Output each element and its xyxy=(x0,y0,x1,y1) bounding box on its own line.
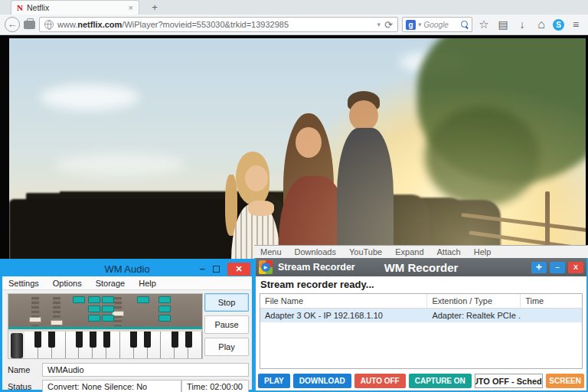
search-engine-dropdown-icon[interactable]: ▾ xyxy=(418,21,422,28)
time-field: Time: 02:00:00 xyxy=(181,380,249,392)
transport-buttons: Stop Pause Play xyxy=(204,293,249,356)
column-extension-type[interactable]: Extention / Type xyxy=(427,294,521,308)
synth-skin xyxy=(8,293,203,359)
search-icon[interactable] xyxy=(461,21,469,28)
slider-knob xyxy=(51,320,63,325)
synth-button-group xyxy=(73,296,85,303)
synth-button xyxy=(88,305,100,312)
synth-control-panel xyxy=(8,294,202,329)
wm-recorder-window: Stream Recorder WM Recorder ✛ – X Stream… xyxy=(254,258,588,392)
piano-keyboard xyxy=(8,332,202,359)
bookmark-star-icon[interactable]: ☆ xyxy=(476,18,492,31)
skype-icon[interactable]: S xyxy=(553,19,564,31)
url-dropdown-icon[interactable]: ▾ xyxy=(377,21,381,28)
column-file-name[interactable]: File Name xyxy=(260,294,427,308)
maximize-icon[interactable] xyxy=(213,266,220,273)
google-engine-icon[interactable]: g xyxy=(406,20,416,30)
synth-button xyxy=(158,305,171,312)
new-tab-button[interactable]: + xyxy=(145,2,164,15)
column-time[interactable]: Time xyxy=(521,294,582,308)
capture-on-button[interactable]: CAPTURE ON xyxy=(409,374,472,388)
close-icon[interactable]: X xyxy=(568,262,583,273)
cell-extension-type: Adapter: Realtek PCIe ... xyxy=(427,309,521,322)
play-button[interactable]: PLAY xyxy=(258,374,290,388)
audio-body: Stop Pause Play Name WMAudio Status Conv… xyxy=(2,290,252,390)
globe-icon xyxy=(44,20,54,29)
url-path: /WiPlayer?movieid=553030&trkid=13932985 xyxy=(122,20,289,29)
tab-netflix[interactable]: N Netflix × xyxy=(11,0,139,15)
reload-icon[interactable]: ⟳ xyxy=(384,19,393,31)
menu-item-help[interactable]: Help xyxy=(474,247,492,256)
name-label: Name xyxy=(5,365,36,374)
home-icon[interactable]: ⌂ xyxy=(534,18,549,31)
menu-item-settings[interactable]: Settings xyxy=(8,279,39,288)
url-prefix: www. xyxy=(57,20,77,29)
synth-button xyxy=(102,315,114,322)
synth-button xyxy=(158,296,171,303)
piano-black-key xyxy=(34,332,41,348)
menu-item-menu[interactable]: Menu xyxy=(260,247,282,256)
search-bar[interactable]: g ▾ Google xyxy=(402,17,472,32)
piano-black-key xyxy=(48,332,55,348)
close-icon[interactable]: ✕ xyxy=(227,263,250,276)
downloads-icon[interactable]: ↓ xyxy=(514,18,530,31)
menu-item-options[interactable]: Options xyxy=(53,279,82,288)
piano-black-key xyxy=(144,332,151,348)
screen-button[interactable]: SCREEN xyxy=(546,374,584,388)
site-icon[interactable] xyxy=(24,21,35,29)
status-label: Status xyxy=(5,382,36,391)
menu-item-downloads[interactable]: Downloads xyxy=(295,247,336,256)
slider-knob xyxy=(29,317,41,322)
piano-black-key xyxy=(130,332,137,348)
minimize-icon[interactable]: – xyxy=(550,262,565,273)
menu-icon[interactable]: ≡ xyxy=(568,18,583,31)
wm-recorder-logo-icon xyxy=(259,260,273,274)
piano-black-key xyxy=(172,332,178,348)
audio-titlebar[interactable]: WM Audio – ✕ xyxy=(2,261,252,276)
piano-black-key xyxy=(76,332,83,348)
synth-button xyxy=(102,296,114,303)
piano-black-key xyxy=(103,332,110,348)
menu-item-attach[interactable]: Attach xyxy=(437,247,461,256)
recorder-titlebar[interactable]: Stream Recorder WM Recorder ✛ – X xyxy=(256,258,586,276)
url-text[interactable]: www.netflix.com/WiPlayer?movieid=553030&… xyxy=(57,20,374,29)
screen: N Netflix × + ← www.netflix.com/WiPlayer… xyxy=(0,0,588,392)
mixer-slider xyxy=(53,297,60,326)
synth-button-group xyxy=(102,296,114,322)
url-bar[interactable]: www.netflix.com/WiPlayer?movieid=553030&… xyxy=(39,17,398,32)
menu-item-youtube[interactable]: YouTube xyxy=(349,247,382,256)
piano-black-key xyxy=(185,332,192,348)
bookmarks-panel-icon[interactable]: ▤ xyxy=(495,18,511,31)
tab-close-icon[interactable]: × xyxy=(129,3,133,12)
menu-item-help[interactable]: Help xyxy=(139,279,156,288)
minimize-icon[interactable]: – xyxy=(200,265,205,273)
pitch-wheel xyxy=(11,333,23,358)
pause-button[interactable]: Pause xyxy=(204,315,249,334)
move-icon[interactable]: ✛ xyxy=(531,262,547,273)
menu-item-expand[interactable]: Expand xyxy=(395,247,423,256)
menu-item-storage[interactable]: Storage xyxy=(96,279,126,288)
recorder-button-row: PLAY DOWNLOAD AUTO OFF CAPTURE ON ADA - … xyxy=(256,372,586,390)
synth-button xyxy=(88,296,100,303)
back-button[interactable]: ← xyxy=(5,17,20,32)
audio-menubar: Settings Options Storage Help xyxy=(2,276,252,290)
cloud xyxy=(55,153,185,176)
synth-button xyxy=(73,296,85,303)
tab-title: Netflix xyxy=(27,3,125,12)
table-header-row: File Name Extention / Type Time xyxy=(260,294,582,309)
search-input[interactable]: Google xyxy=(424,21,459,29)
recorder-titlebar-label: Stream Recorder xyxy=(278,262,355,273)
stop-button[interactable]: Stop xyxy=(204,293,249,312)
recorder-file-table[interactable]: File Name Extention / Type Time Adapter … xyxy=(260,293,583,369)
table-row[interactable]: Adapter 3 OK - IP 192.168.1.10 Adapter: … xyxy=(260,309,582,322)
status-row: Status Convert: None Silence: No Time: 0… xyxy=(5,380,249,392)
name-field[interactable]: WMAudio xyxy=(42,363,249,377)
browser-navbar: ← www.netflix.com/WiPlayer?movieid=55303… xyxy=(0,15,588,35)
auto-off-button[interactable]: AUTO OFF xyxy=(354,374,406,388)
download-button[interactable]: DOWNLOAD xyxy=(293,374,351,388)
play-button[interactable]: Play xyxy=(204,338,249,356)
ada-scheduler-status[interactable]: ADA - AUTO OFF - Scheduler OFF xyxy=(475,374,543,388)
mixer-slider xyxy=(114,297,122,326)
synth-button-group xyxy=(158,296,171,322)
browser-tab-bar: N Netflix × + xyxy=(0,0,588,15)
